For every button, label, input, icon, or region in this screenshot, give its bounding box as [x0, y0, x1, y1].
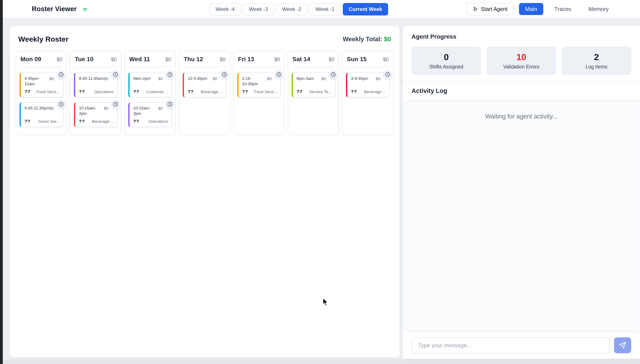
shift-role: Beverage ...: [92, 119, 114, 124]
week-minus1-button[interactable]: Week -1: [309, 3, 341, 16]
shift-role: Customer ...: [146, 90, 168, 94]
play-icon: [473, 6, 478, 12]
current-week-button[interactable]: Current Week: [343, 3, 388, 16]
day-column: Sun15 $0 3-9:30pm $0 ?? Beverage ...: [342, 51, 393, 135]
shift-card[interactable]: 12-5:45pm $0 ?? Beverage ...: [183, 72, 226, 98]
shift-assignee: ??: [25, 89, 31, 94]
shift-role: Service Te...: [309, 90, 332, 94]
day-column: Fri13 $0 2:15-10:30pm $0 ?? Food Servi..…: [233, 51, 285, 135]
top-bar: Roster Viewer Week -4 Week -3 Week -2 We…: [3, 0, 640, 18]
activity-log-title: Activity Log: [411, 87, 631, 94]
clock-icon: [111, 100, 120, 108]
send-button[interactable]: [614, 338, 631, 353]
tab-traces[interactable]: Traces: [548, 3, 577, 15]
tab-memory[interactable]: Memory: [582, 3, 615, 15]
activity-log-header: Activity Log: [403, 82, 640, 100]
shift-time: 10:15am-3pm: [133, 106, 158, 116]
stats-row: 0 Shifts Assigned 10 Validation Errors 2…: [411, 46, 631, 75]
day-shifts: 4:45pm-12am $0 ?? Food Servi... 5:45-11:…: [20, 68, 63, 127]
roster-header: Weekly Roster Weekly Total:$0: [10, 26, 399, 51]
day-name: Mon: [21, 56, 33, 62]
shift-time: 3-9:30pm: [351, 76, 376, 81]
shift-card[interactable]: 10:15am-3pm $0 ?? Operations: [128, 102, 172, 127]
day-total: $0: [274, 56, 280, 62]
tab-main[interactable]: Main: [519, 3, 543, 15]
day-column: Sat14 $0 8pm-2am $0 ?? Service Te...: [288, 51, 339, 135]
shift-card[interactable]: 8:45-11:45am $0 ?? Operations: [74, 72, 118, 98]
week-minus3-button[interactable]: Week -3: [243, 3, 274, 16]
shift-time: 8pm-2am: [297, 76, 322, 81]
shift-assignee: ??: [351, 89, 357, 94]
day-shifts: 3-9:30pm $0 ?? Beverage ...: [346, 68, 390, 98]
stat-validation-errors: 10 Validation Errors: [487, 46, 556, 75]
shift-card[interactable]: 4:45pm-12am $0 ?? Food Servi...: [20, 72, 63, 98]
agent-progress-title: Agent Progress: [411, 33, 631, 40]
shift-assignee: ??: [242, 89, 248, 94]
day-date: 13: [247, 56, 254, 62]
shift-time: 12-5:45pm: [188, 76, 212, 81]
shift-role: Operations: [148, 119, 168, 124]
shift-card[interactable]: 10:15am-2pm $0 ?? Beverage ...: [74, 102, 118, 127]
clock-icon: [220, 70, 229, 79]
stat-label: Shifts Assigned: [413, 64, 479, 70]
day-column: Thu12 $0 12-5:45pm $0 ?? Beverage ...: [179, 51, 230, 135]
shift-time: 9am-2pm: [133, 76, 158, 81]
day-date: 09: [35, 56, 41, 62]
day-header: Sun15 $0: [346, 56, 390, 63]
day-total: $0: [383, 56, 389, 62]
start-agent-button[interactable]: Start Agent: [466, 3, 514, 15]
day-header: Fri13 $0: [237, 56, 281, 63]
week-minus4-button[interactable]: Week -4: [209, 3, 241, 16]
days-grid: Mon09 $0 4:45pm-12am $0 ?? Food Servi...: [10, 51, 399, 135]
day-date: 14: [303, 56, 310, 62]
day-column: Wed11 $0 9am-2pm $0 ?? Customer ... 10:1…: [124, 51, 176, 135]
bottom-strip: [3, 359, 640, 364]
day-shifts: 2:15-10:30pm $0 ?? Food Servi...: [237, 68, 281, 98]
day-name: Tue: [75, 56, 85, 62]
chat-input-row: [403, 332, 640, 359]
clock-icon: [329, 70, 338, 79]
day-date: 10: [87, 56, 94, 62]
weekly-total-value: $0: [384, 36, 391, 42]
shift-card[interactable]: 8pm-2am $0 ?? Service Te...: [292, 72, 335, 98]
shift-card[interactable]: 3-9:30pm $0 ?? Beverage ...: [346, 72, 390, 98]
week-minus2-button[interactable]: Week -2: [276, 3, 307, 16]
window-edge: [0, 0, 3, 364]
shift-time: 10:15am-2pm: [79, 106, 104, 116]
stat-value: 0: [413, 52, 479, 62]
shift-assignee: ??: [188, 89, 194, 94]
shift-assignee: ??: [79, 119, 85, 124]
weekly-total-label: Weekly Total:: [343, 36, 382, 42]
stat-value: 10: [488, 52, 554, 62]
shift-role: Beverage ...: [201, 90, 223, 94]
day-shifts: 8:45-11:45am $0 ?? Operations 10:15am-2p…: [74, 68, 118, 127]
day-header: Mon09 $0: [20, 56, 63, 63]
clock-icon: [165, 100, 174, 108]
day-column: Tue10 $0 8:45-11:45am $0 ?? Operations 1…: [70, 51, 121, 135]
send-icon: [619, 342, 626, 349]
shift-assignee: ??: [133, 89, 139, 94]
stat-shifts-assigned: 0 Shifts Assigned: [411, 46, 481, 75]
shift-assignee: ??: [79, 89, 85, 94]
shift-card[interactable]: 5:45-11:30pm $0 ?? Guest Ser...: [20, 102, 63, 127]
day-header: Tue10 $0: [74, 56, 118, 63]
day-shifts: 8pm-2am $0 ?? Service Te...: [292, 68, 335, 98]
clock-icon: [57, 70, 66, 79]
day-header: Thu12 $0: [183, 56, 226, 63]
message-input[interactable]: [411, 337, 610, 354]
day-total: $0: [329, 56, 334, 62]
stat-value: 2: [563, 52, 629, 62]
day-name: Fri: [238, 56, 246, 62]
day-date: 11: [144, 56, 150, 62]
weekly-total: Weekly Total:$0: [343, 36, 391, 43]
shift-role: Operations: [94, 90, 114, 94]
shift-card[interactable]: 9am-2pm $0 ?? Customer ...: [128, 72, 172, 98]
shift-assignee: ??: [133, 119, 139, 124]
agent-progress-section: Agent Progress 0 Shifts Assigned 10 Vali…: [403, 26, 640, 81]
day-column: Mon09 $0 4:45pm-12am $0 ?? Food Servi...: [16, 51, 67, 135]
shift-card[interactable]: 2:15-10:30pm $0 ?? Food Servi...: [237, 72, 281, 98]
shift-role: Guest Ser...: [38, 119, 60, 124]
day-name: Thu: [183, 56, 194, 62]
shift-time: 8:45-11:45am: [79, 76, 104, 81]
stat-log-items: 2 Log Items: [562, 46, 631, 75]
